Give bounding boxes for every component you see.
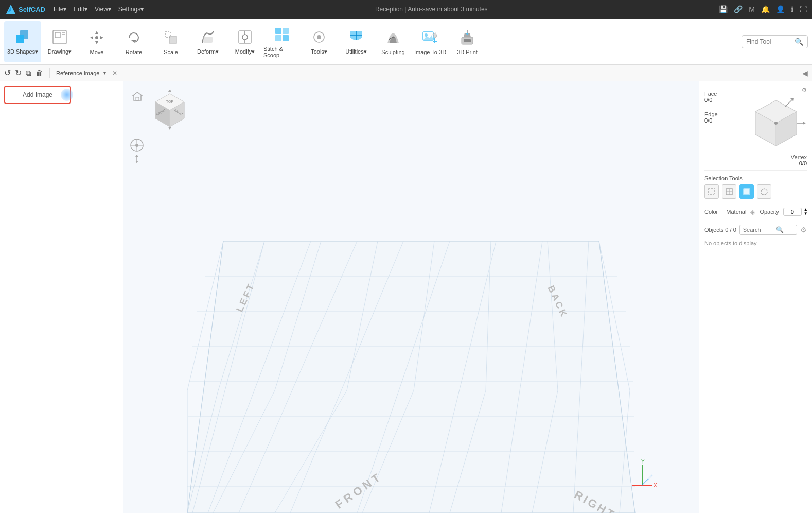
svg-rect-22: [275, 28, 281, 34]
svg-rect-16: [169, 36, 176, 43]
svg-rect-24: [275, 35, 281, 41]
logo-icon: [5, 4, 16, 15]
menu-view[interactable]: View▾: [95, 6, 111, 13]
menu-edit[interactable]: Edit▾: [74, 6, 87, 13]
tool-sculpting[interactable]: Sculpting: [375, 21, 412, 62]
tool-stitch-scoop[interactable]: Stitch & Scoop: [263, 21, 301, 62]
main-area: Add Image .gridline { stroke: #c8d8e8; s…: [0, 81, 812, 513]
reference-image-close[interactable]: ✕: [112, 70, 117, 77]
svg-point-90: [135, 144, 138, 147]
find-tool-search-icon[interactable]: 🔍: [795, 38, 803, 46]
tool-3d-print[interactable]: 3D Print: [449, 21, 486, 62]
redo-btn[interactable]: ↻: [15, 68, 22, 78]
svg-point-27: [317, 35, 321, 39]
clone-btn[interactable]: ⧉: [26, 69, 31, 78]
svg-text:▼: ▼: [167, 125, 172, 131]
find-tool-input[interactable]: [746, 38, 792, 45]
material-icon[interactable]: ◈: [750, 208, 755, 216]
compass[interactable]: [130, 138, 144, 166]
svg-marker-85: [133, 92, 142, 100]
left-panel: Add Image: [0, 81, 123, 513]
viewport[interactable]: .gridline { stroke: #c8d8e8; stroke-widt…: [123, 81, 699, 513]
mail-icon[interactable]: M: [749, 5, 755, 13]
objects-search-box[interactable]: 🔍: [739, 225, 797, 235]
svg-marker-104: [803, 122, 806, 125]
tool-3d-shapes[interactable]: 3D Shapes▾: [4, 21, 41, 62]
tool-move[interactable]: Move: [78, 21, 115, 62]
svg-rect-37: [464, 39, 471, 42]
app-name: SelfCAD: [19, 6, 45, 13]
tool-tools-label: Tools▾: [311, 48, 327, 55]
tool-modify-label: Modify▾: [235, 48, 255, 55]
tool-utilities[interactable]: Utilities▾: [338, 21, 375, 62]
svg-rect-86: [136, 97, 139, 100]
status-bar: Reception | Auto-save in about 3 minutes: [152, 6, 711, 13]
reference-image-label: Reference Image: [56, 70, 99, 76]
info-icon[interactable]: ℹ: [791, 5, 793, 13]
svg-marker-10: [95, 41, 98, 44]
tool-drawing-label: Drawing▾: [48, 48, 72, 55]
material-label: Material: [726, 209, 746, 215]
svg-line-98: [642, 475, 652, 485]
lasso-select-btn[interactable]: [757, 184, 771, 199]
opacity-input[interactable]: [783, 208, 802, 216]
tools-icon: [310, 28, 328, 46]
vertex-label: Vertex: [791, 154, 807, 160]
svg-marker-92: [135, 161, 138, 163]
rect-select-btn[interactable]: [704, 184, 719, 199]
undo-btn[interactable]: ↺: [4, 68, 11, 78]
tool-drawing[interactable]: Drawing▾: [41, 21, 78, 62]
box-select-btn[interactable]: [722, 184, 736, 199]
objects-search-icon[interactable]: 🔍: [776, 226, 784, 233]
svg-marker-11: [90, 36, 93, 39]
tool-scale[interactable]: Scale: [152, 21, 189, 62]
edge-value: 0/0: [704, 117, 718, 124]
no-objects-text: No objects to display: [704, 238, 807, 248]
svg-point-13: [95, 36, 98, 39]
add-image-button[interactable]: Add Image: [4, 86, 71, 104]
svg-text:Y: Y: [641, 459, 645, 465]
svg-marker-41: [187, 241, 635, 513]
vertex-value: 0/0: [791, 160, 807, 166]
edge-info: Edge 0/0: [704, 111, 718, 124]
svg-rect-108: [709, 189, 715, 195]
opacity-spinner: ▲ ▼: [804, 208, 808, 216]
opacity-label: Opacity: [760, 209, 779, 215]
tool-tools[interactable]: Tools▾: [301, 21, 338, 62]
tool-deform[interactable]: Deform▾: [189, 21, 226, 62]
home-button[interactable]: [132, 91, 143, 104]
fullscreen-icon[interactable]: ⛶: [800, 5, 807, 13]
cursor-indicator: [61, 89, 73, 101]
opacity-down[interactable]: ▼: [804, 212, 808, 216]
geometry-info-section: Face 0/0 Edge 0/0 ⚙: [704, 87, 807, 166]
geometry-settings-icon[interactable]: ⚙: [802, 87, 807, 93]
objects-count-label: Objects 0 / 0: [704, 227, 736, 233]
scale-icon: [162, 28, 180, 47]
objects-settings-icon[interactable]: ⚙: [800, 226, 807, 234]
color-row: Color Material ◈ Opacity ▲ ▼: [704, 208, 807, 216]
modify-icon: [236, 28, 254, 46]
objects-search-input[interactable]: [743, 227, 774, 233]
material-section: Color Material ◈ Opacity ▲ ▼: [704, 208, 807, 216]
reference-image-dropdown[interactable]: ▾: [103, 70, 106, 76]
delete-btn[interactable]: 🗑: [36, 69, 43, 77]
tool-image-to-3d[interactable]: Image To 3D: [412, 21, 449, 62]
selection-tools-label: Selection Tools: [704, 175, 807, 181]
divider-2: [704, 203, 807, 203]
share-icon[interactable]: 🔗: [734, 5, 743, 13]
nav-cube[interactable]: TOP RIGHT FRONT ▲ ▼: [149, 90, 190, 133]
menu-file[interactable]: File▾: [54, 6, 66, 13]
move-icon: [87, 28, 106, 47]
face-info: Face 0/0: [704, 91, 718, 103]
save-icon[interactable]: 💾: [719, 5, 728, 13]
tool-modify[interactable]: Modify▾: [226, 21, 263, 62]
user-icon[interactable]: 👤: [776, 5, 785, 13]
tool-stitch-scoop-label: Stitch & Scoop: [263, 46, 301, 58]
tool-rotate[interactable]: Rotate: [115, 21, 152, 62]
utilities-icon: [347, 28, 365, 46]
menu-settings[interactable]: Settings▾: [118, 6, 144, 13]
paint-select-btn[interactable]: [739, 184, 754, 199]
svg-rect-23: [283, 28, 289, 34]
panel-collapse-btn[interactable]: ◀: [802, 69, 808, 77]
notification-icon[interactable]: 🔔: [761, 5, 770, 13]
